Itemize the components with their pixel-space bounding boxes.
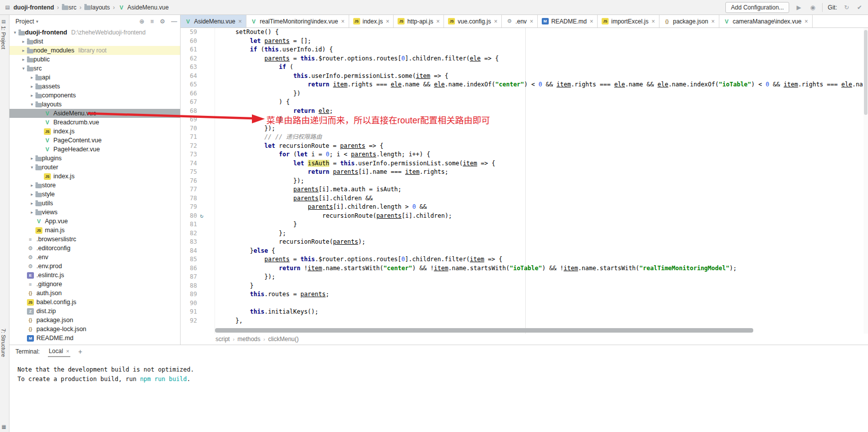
- tree-item-package-lock.json[interactable]: {}package-lock.json: [9, 325, 180, 334]
- breadcrumb-item-layouts[interactable]: layouts: [84, 4, 110, 11]
- chevron-right-icon[interactable]: ▸: [28, 210, 35, 215]
- tree-item-node_modules[interactable]: ▸node_moduleslibrary root: [9, 46, 180, 55]
- chevron-right-icon[interactable]: ▸: [20, 39, 27, 44]
- close-tab-icon[interactable]: ×: [711, 18, 715, 25]
- tree-item-components[interactable]: ▸components: [9, 91, 180, 100]
- chevron-right-icon[interactable]: ▸: [20, 48, 27, 53]
- tree-item-.browserslistrc[interactable]: ≡.browserslistrc: [9, 235, 180, 244]
- project-toolwindow-button[interactable]: ▤1: Project: [0, 19, 6, 49]
- terminal-tab-local[interactable]: Local×: [48, 346, 70, 357]
- editor-tab-importExcel.js[interactable]: JSimportExcel.js×: [598, 15, 659, 27]
- tree-item-README.md[interactable]: MREADME.md: [9, 334, 180, 343]
- close-tab-icon[interactable]: ×: [651, 18, 655, 25]
- tree-item-store[interactable]: ▸store: [9, 181, 180, 190]
- update-project-icon[interactable]: ↻: [842, 4, 851, 11]
- tree-item-dist.zip[interactable]: Zdist.zip: [9, 307, 180, 316]
- editor-breadcrumb-item-clickMenu()[interactable]: clickMenu(): [268, 336, 298, 343]
- editor-tab-cameraManage\index.vue[interactable]: VcameraManage\index.vue×: [719, 15, 813, 27]
- locate-icon[interactable]: ⊕: [139, 18, 144, 25]
- new-terminal-icon[interactable]: +: [78, 348, 82, 356]
- tree-item-index.js[interactable]: JSindex.js: [9, 127, 180, 136]
- close-tab-icon[interactable]: ×: [590, 18, 593, 25]
- editor-tab-README.md[interactable]: MREADME.md×: [538, 15, 598, 27]
- editor-tab-AsideMenu.vue[interactable]: VAsideMenu.vue×: [181, 15, 246, 27]
- tree-item-dist[interactable]: ▸dist: [9, 37, 180, 46]
- tree-item-api[interactable]: ▸api: [9, 73, 180, 82]
- close-tab-icon[interactable]: ×: [530, 18, 533, 25]
- add-configuration-button[interactable]: Add Configuration...: [725, 2, 789, 13]
- code-editor[interactable]: 59setRoute() {60let parents = [];61if (t…: [181, 28, 868, 334]
- editor-tab-vue.config.js[interactable]: JSvue.config.js×: [444, 15, 502, 27]
- tree-item-public[interactable]: ▸public: [9, 55, 180, 64]
- close-tab-icon[interactable]: ×: [436, 18, 439, 25]
- tree-item-.env[interactable]: ⚙.env: [9, 253, 180, 262]
- editor-tab-http-api.js[interactable]: JShttp-api.js×: [394, 15, 444, 27]
- project-view-dropdown[interactable]: Project▾: [15, 18, 38, 25]
- tree-item-duoji-frontend[interactable]: ▾duoji-frontendD:\zheheWeb\duoji-fronten…: [9, 28, 180, 37]
- toolwindow-switcher-icon[interactable]: ▦: [1, 424, 6, 430]
- chevron-down-icon[interactable]: ▾: [20, 66, 27, 71]
- tree-item-AsideMenu.vue[interactable]: VAsideMenu.vue: [9, 109, 180, 118]
- breadcrumb-item-duoji-frontend[interactable]: ▤duoji-frontend: [4, 4, 54, 11]
- tree-item-assets[interactable]: ▸assets: [9, 82, 180, 91]
- debug-icon[interactable]: ◉: [808, 4, 817, 11]
- chevron-down-icon[interactable]: ▾: [28, 165, 35, 170]
- close-tab-icon[interactable]: ×: [238, 18, 242, 25]
- vertical-scrollbar[interactable]: [864, 28, 868, 334]
- vertical-scrollbar-thumb[interactable]: [864, 30, 868, 115]
- editor-tab-package.json[interactable]: {}package.json×: [659, 15, 719, 27]
- breadcrumb-item-AsideMenu.vue[interactable]: VAsideMenu.vue: [118, 4, 169, 11]
- terminal-output[interactable]: Note that the development build is not o…: [9, 358, 868, 432]
- tree-item-App.vue[interactable]: VApp.vue: [9, 217, 180, 226]
- tree-item-PageHeader.vue[interactable]: VPageHeader.vue: [9, 145, 180, 154]
- chevron-right-icon[interactable]: ▸: [28, 192, 35, 197]
- minimize-icon[interactable]: —: [171, 18, 177, 25]
- tree-item-.env.prod[interactable]: ⚙.env.prod: [9, 262, 180, 271]
- play-icon[interactable]: ▶: [794, 4, 803, 11]
- chevron-right-icon[interactable]: ▸: [20, 57, 27, 62]
- tree-item-plugins[interactable]: ▸plugins: [9, 154, 180, 163]
- chevron-right-icon[interactable]: ▸: [28, 201, 35, 206]
- tree-item-style[interactable]: ▸style: [9, 190, 180, 199]
- editor-breadcrumb-item-methods[interactable]: methods: [237, 336, 260, 343]
- breadcrumb-item-src[interactable]: src: [62, 4, 76, 11]
- tree-item-views[interactable]: ▸views: [9, 208, 180, 217]
- editor-tab-index.js[interactable]: JSindex.js×: [349, 15, 394, 27]
- view-options-icon[interactable]: ≡: [150, 18, 154, 25]
- tree-item-package.json[interactable]: {}package.json: [9, 316, 180, 325]
- tree-item-babel.config.js[interactable]: JSbabel.config.js: [9, 298, 180, 307]
- chevron-right-icon[interactable]: ▸: [28, 93, 35, 98]
- tree-item-layouts[interactable]: ▾layouts: [9, 100, 180, 109]
- structure-toolwindow-button[interactable]: 7: Structure: [0, 329, 6, 357]
- chevron-right-icon[interactable]: ▸: [28, 84, 35, 89]
- tree-item-src[interactable]: ▾src: [9, 64, 180, 73]
- chevron-down-icon[interactable]: ▾: [11, 30, 18, 35]
- tree-item-PageContent.vue[interactable]: VPageContent.vue: [9, 136, 180, 145]
- chevron-right-icon[interactable]: ▸: [28, 75, 35, 80]
- chevron-right-icon[interactable]: ▸: [28, 156, 35, 161]
- tree-item-auth.json[interactable]: {}auth.json: [9, 289, 180, 298]
- tree-item-.editorconfig[interactable]: ⚙.editorconfig: [9, 244, 180, 253]
- tree-item-router[interactable]: ▾router: [9, 163, 180, 172]
- tree-item-.gitignore[interactable]: ≡.gitignore: [9, 280, 180, 289]
- close-tab-icon[interactable]: ×: [386, 18, 389, 25]
- editor-breadcrumb-item-script[interactable]: script: [216, 336, 230, 343]
- horizontal-scrollbar[interactable]: [215, 328, 753, 333]
- close-tab-icon[interactable]: ×: [494, 18, 497, 25]
- close-tab-icon[interactable]: ×: [341, 18, 345, 25]
- editor-tab-realTimeMonitoring\index.vue[interactable]: VrealTimeMonitoring\index.vue×: [246, 15, 349, 27]
- close-tab-icon[interactable]: ×: [805, 18, 808, 25]
- close-terminal-tab-icon[interactable]: ×: [66, 348, 69, 354]
- tree-item-Breadcrumb.vue[interactable]: VBreadcrumb.vue: [9, 118, 180, 127]
- check-icon[interactable]: ✔: [855, 4, 864, 11]
- recursive-call-icon[interactable]: ↻: [200, 212, 204, 221]
- tree-item-index.js[interactable]: JSindex.js: [9, 172, 180, 181]
- chevron-down-icon[interactable]: ▾: [28, 102, 35, 107]
- gear-icon[interactable]: ⚙: [160, 18, 165, 25]
- tree-item-utils[interactable]: ▸utils: [9, 199, 180, 208]
- tree-item-main.js[interactable]: JSmain.js: [9, 226, 180, 235]
- chevron-right-icon[interactable]: ▸: [28, 183, 35, 188]
- tree-item-suffix: D:\zheheWeb\duoji-frontend: [71, 29, 146, 36]
- tree-item-.eslintrc.js[interactable]: E.eslintrc.js: [9, 271, 180, 280]
- editor-tab-.env[interactable]: ⚙.env×: [502, 15, 538, 27]
